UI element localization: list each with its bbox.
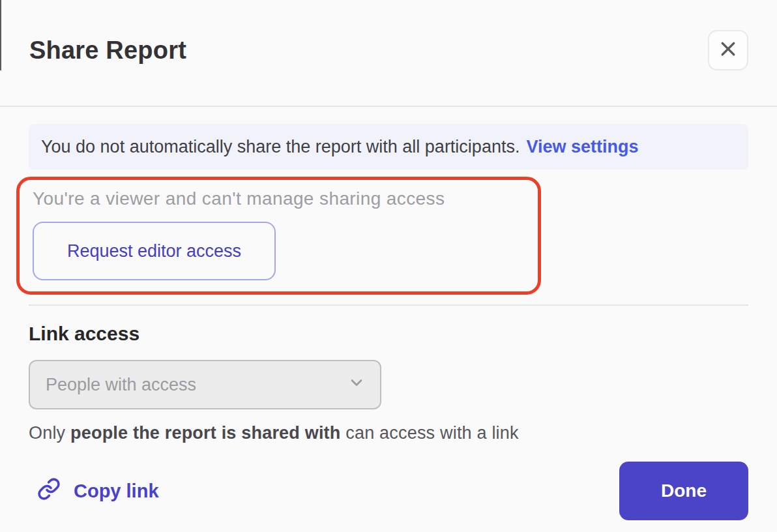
red-highlight-annotation: You're a viewer and can't manage sharing… — [16, 177, 541, 295]
link-access-heading: Link access — [29, 323, 748, 345]
helper-suffix: can access with a link — [341, 423, 519, 443]
link-access-helper-text: Only people the report is shared with ca… — [29, 423, 748, 443]
link-access-dropdown[interactable]: People with access — [29, 360, 381, 409]
chevron-down-icon — [347, 374, 366, 396]
page-title: Share Report — [29, 37, 748, 65]
helper-bold-segment: people the report is shared with — [70, 423, 340, 443]
share-report-body: You do not automatically share the repor… — [0, 124, 777, 520]
view-settings-link[interactable]: View settings — [526, 137, 638, 157]
banner-text: You do not automatically share the repor… — [41, 137, 520, 157]
request-editor-access-button[interactable]: Request editor access — [33, 222, 276, 280]
share-info-banner: You do not automatically share the repor… — [29, 124, 748, 170]
done-button[interactable]: Done — [619, 462, 748, 520]
viewer-role-message: You're a viewer and can't manage sharing… — [33, 188, 525, 209]
dropdown-selected-value: People with access — [46, 375, 196, 395]
share-report-header: Share Report — [0, 0, 777, 107]
copy-link-button[interactable]: Copy link — [37, 477, 159, 505]
close-button[interactable] — [708, 30, 748, 70]
copy-link-label: Copy link — [74, 480, 159, 502]
close-icon — [718, 39, 738, 61]
helper-prefix: Only — [29, 423, 70, 443]
section-divider — [29, 304, 748, 306]
link-icon — [37, 477, 61, 505]
modal-footer: Copy link Done — [29, 462, 748, 520]
